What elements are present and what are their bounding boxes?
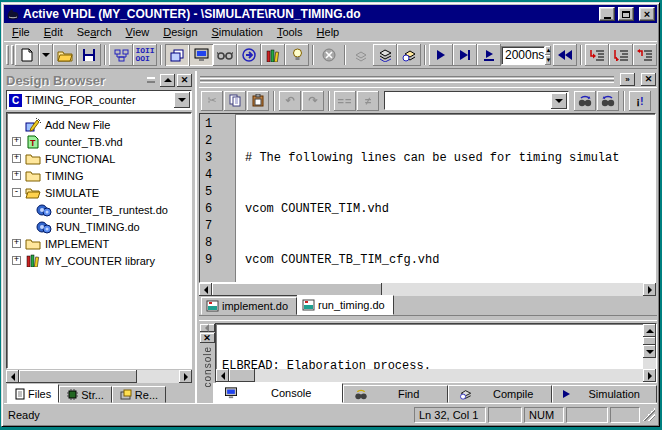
code-text[interactable]: # The following lines can be used for ti… [236,114,655,282]
run-for-button[interactable] [477,44,501,66]
expand-icon[interactable]: + [12,137,21,146]
paste-button[interactable] [247,91,269,111]
minimize-button[interactable] [599,7,615,21]
rebar-close-button[interactable]: ✕ [641,73,656,86]
title-bar[interactable]: Active VHDL (MY_COUNTER) - \SIMULATE\RUN… [4,5,657,23]
panel-rollup-button[interactable] [160,74,175,87]
scroll-right-icon[interactable] [179,370,192,383]
panel-grip-icon[interactable] [147,77,155,83]
browser-horizontal-scrollbar[interactable] [6,370,192,383]
tab-console[interactable]: Console [213,383,343,403]
search-combobox[interactable] [384,91,569,110]
scrollbar-track[interactable] [643,358,656,369]
simulation-time-input[interactable]: 2000ns [501,46,545,65]
tree-item-timing[interactable]: + TIMING [10,167,191,184]
run-button[interactable] [429,44,453,66]
library-manager-button[interactable] [261,44,285,66]
expand-icon[interactable]: + [12,154,21,163]
scroll-left-icon[interactable] [199,283,212,296]
menu-view[interactable]: View [119,24,157,40]
toolbar-grip[interactable] [11,45,14,65]
tab-find[interactable]: Find [343,385,448,403]
tab-resources[interactable]: Re... [112,386,166,403]
scroll-right-icon[interactable] [643,283,656,296]
tree-item-my-counter-library[interactable]: + MY_COUNTER library [10,252,191,269]
rebar-grip[interactable] [200,75,614,84]
tree-item-counter-tb-runtest-do[interactable]: counter_TB_runtest.do [10,201,191,218]
combo-dropdown-button[interactable] [551,93,567,109]
maximize-button[interactable] [618,7,634,21]
combo-dropdown-button[interactable] [174,92,190,108]
code-editor[interactable]: 1 2 3 4 5 6 7 8 9 # The following lines … [199,113,656,283]
copy-button[interactable] [224,91,246,111]
menu-help[interactable]: Help [310,24,347,40]
menu-simulation[interactable]: Simulation [205,24,270,40]
toolbar-grip[interactable] [6,45,9,65]
scroll-right-icon[interactable] [643,369,656,382]
scrollbar-thumb[interactable] [643,337,656,345]
rebar-chevron-button[interactable]: » [620,73,635,86]
tab-simulation[interactable]: Simulation [552,385,657,403]
tip-button[interactable] [285,44,309,66]
design-browser-button[interactable] [165,44,189,66]
menu-search[interactable]: Search [70,24,119,40]
scrollbar-track[interactable] [137,370,179,383]
scroll-down-icon[interactable] [643,345,656,358]
scrollbar-track[interactable] [382,283,643,296]
save-button[interactable] [77,44,101,66]
go-to-button[interactable] [237,44,261,66]
scroll-left-icon[interactable] [6,370,19,383]
scrollbar-thumb[interactable] [19,370,137,383]
tree-item-run-timing-do[interactable]: RUN_TIMING.do [10,218,191,235]
menu-design[interactable]: Design [156,24,204,40]
preview-button[interactable] [213,44,237,66]
scroll-up-icon[interactable] [643,324,656,337]
tree-item-counter-tb-vhd[interactable]: + T counter_TB.vhd [10,133,191,150]
resize-grip[interactable] [642,408,655,421]
compile-all-button[interactable] [373,44,397,66]
configuration-combobox[interactable]: C TIMING_FOR_counter [6,90,192,110]
open-button[interactable] [53,44,77,66]
tree-item-functional[interactable]: + FUNCTIONAL [10,150,191,167]
scrollbar-track[interactable] [255,369,643,382]
console-vertical-scrollbar[interactable] [643,324,656,369]
find-previous-button[interactable] [597,91,619,111]
tab-implement-do[interactable]: implement.do [201,297,297,315]
spin-up-icon[interactable]: ▲ [545,46,551,56]
restart-button[interactable] [553,44,577,66]
compile-all-with-stimulus-button[interactable] [397,44,421,66]
console-output[interactable]: ELBREAD: Elaboration process. ELBREAD: E… [216,324,643,369]
scroll-left-icon[interactable] [216,369,229,382]
trace-into-button[interactable] [585,44,609,66]
design-desktop-button[interactable] [189,44,213,66]
trace-over-button[interactable] [609,44,633,66]
tab-compile[interactable]: Compile [448,385,553,403]
menu-file[interactable]: File [5,24,37,40]
tree-item-add-new-file[interactable]: Add New File [10,116,191,133]
time-spinner[interactable]: ▲▼ [545,46,551,65]
console-close-button[interactable]: ✕ [200,333,215,343]
binary-compare-button[interactable]: IOIIOOI [133,44,157,66]
expand-icon[interactable]: + [12,256,21,265]
tab-files[interactable]: Files [7,384,59,403]
expand-icon[interactable]: + [12,171,21,180]
design-flow-button[interactable] [109,44,133,66]
panel-close-button[interactable]: ✕ [177,74,192,87]
spin-down-icon[interactable]: ▼ [545,55,551,65]
tab-structure[interactable]: Str... [59,386,112,403]
tab-run-timing-do[interactable]: run_timing.do [297,295,394,315]
menu-edit[interactable]: Edit [37,24,70,40]
scrollbar-thumb[interactable] [229,369,255,382]
bookmark-button[interactable]: ¡! [629,91,651,111]
console-undock-button[interactable] [200,324,215,332]
find-next-button[interactable] [574,91,596,111]
close-button[interactable]: × [639,7,655,21]
menu-tools[interactable]: Tools [270,24,310,40]
expand-icon[interactable]: + [12,239,21,248]
run-until-button[interactable] [453,44,477,66]
editor-horizontal-scrollbar[interactable] [199,283,656,296]
new-file-dropdown-button[interactable] [39,44,53,66]
collapse-icon[interactable]: - [12,188,21,197]
tree-item-simulate[interactable]: - SIMULATE [10,184,191,201]
console-horizontal-scrollbar[interactable] [216,369,656,382]
